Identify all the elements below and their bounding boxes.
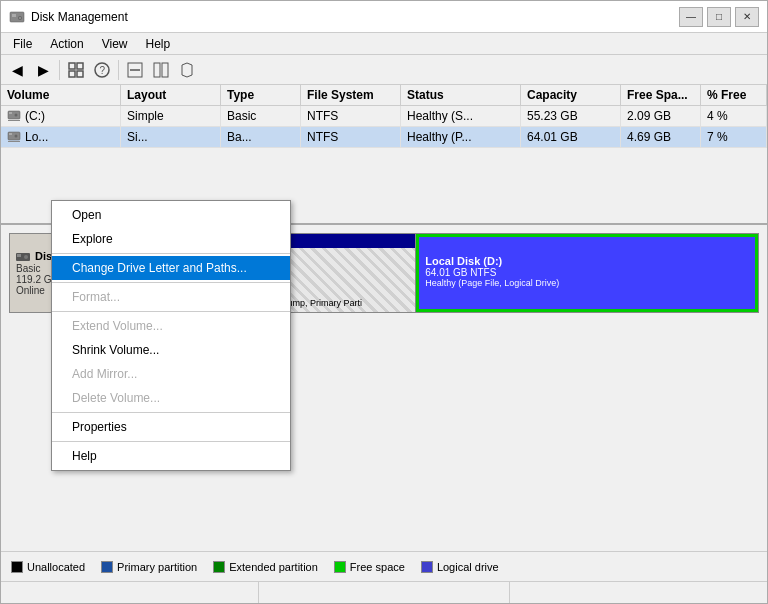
svg-rect-17 xyxy=(8,120,20,121)
legend-free: Free space xyxy=(334,561,405,573)
ctx-change-letter[interactable]: Change Drive Letter and Paths... xyxy=(52,256,290,280)
cell-capacity-c: 55.23 GB xyxy=(521,106,621,126)
svg-rect-23 xyxy=(17,254,21,257)
svg-rect-21 xyxy=(8,141,20,142)
ctx-shrink[interactable]: Shrink Volume... xyxy=(52,338,290,362)
svg-point-16 xyxy=(15,114,18,117)
context-menu: Open Explore Change Drive Letter and Pat… xyxy=(51,200,291,471)
cell-fs-c: NTFS xyxy=(301,106,401,126)
ctx-properties[interactable]: Properties xyxy=(52,415,290,439)
legend-unallocated: Unallocated xyxy=(11,561,85,573)
toolbar-sep-1 xyxy=(59,60,60,80)
cell-free-c: 2.09 GB xyxy=(621,106,701,126)
window-title: Disk Management xyxy=(31,10,128,24)
toolbar-btn-minus[interactable] xyxy=(123,58,147,82)
svg-rect-13 xyxy=(162,63,168,77)
ctx-sep-3 xyxy=(52,311,290,312)
main-content: Volume Layout Type File System Status Ca… xyxy=(1,85,767,603)
ctx-sep-4 xyxy=(52,412,290,413)
col-layout: Layout xyxy=(121,85,221,105)
svg-rect-12 xyxy=(154,63,160,77)
toolbar-back[interactable]: ◀ xyxy=(5,58,29,82)
svg-rect-1 xyxy=(12,14,16,17)
ctx-delete: Delete Volume... xyxy=(52,386,290,410)
drive-icon xyxy=(7,130,21,144)
menu-action[interactable]: Action xyxy=(42,35,91,53)
legend: Unallocated Primary partition Extended p… xyxy=(1,551,767,581)
col-capacity: Capacity xyxy=(521,85,621,105)
svg-text:?: ? xyxy=(100,65,106,76)
title-bar: Disk Management — □ ✕ xyxy=(1,1,767,33)
ctx-open[interactable]: Open xyxy=(52,203,290,227)
columns-icon xyxy=(153,62,169,78)
col-percent: % Free xyxy=(701,85,767,105)
partition-d-size: 64.01 GB NTFS xyxy=(425,267,559,278)
partition-d-title: Local Disk (D:) xyxy=(425,255,559,267)
grid-icon xyxy=(68,62,84,78)
toolbar-btn-expand[interactable] xyxy=(175,58,199,82)
disk-icon xyxy=(9,9,25,25)
ctx-help[interactable]: Help xyxy=(52,444,290,468)
svg-point-20 xyxy=(15,135,18,138)
legend-label-unallocated: Unallocated xyxy=(27,561,85,573)
minus-icon xyxy=(127,62,143,78)
ctx-extend: Extend Volume... xyxy=(52,314,290,338)
cell-layout-d: Si... xyxy=(121,127,221,147)
ctx-sep-2 xyxy=(52,282,290,283)
legend-box-primary xyxy=(101,561,113,573)
cell-percent-c: 4 % xyxy=(701,106,767,126)
toolbar-btn-columns[interactable] xyxy=(149,58,173,82)
toolbar-forward[interactable]: ▶ xyxy=(31,58,55,82)
title-bar-buttons: — □ ✕ xyxy=(679,7,759,27)
menu-bar: File Action View Help xyxy=(1,33,767,55)
table-row[interactable]: Lo... Si... Ba... NTFS Healthy (P... 64.… xyxy=(1,127,767,148)
cell-free-d: 4.69 GB xyxy=(621,127,701,147)
status-bar xyxy=(1,581,767,603)
status-cell-3 xyxy=(510,582,759,603)
status-cell-2 xyxy=(259,582,509,603)
svg-rect-5 xyxy=(77,63,83,69)
toolbar-btn-help[interactable]: ? xyxy=(90,58,114,82)
maximize-button[interactable]: □ xyxy=(707,7,731,27)
toolbar-sep-2 xyxy=(118,60,119,80)
cell-type-d: Ba... xyxy=(221,127,301,147)
cell-status-c: Healthy (S... xyxy=(401,106,521,126)
legend-logical: Logical drive xyxy=(421,561,499,573)
disk-small-icon xyxy=(16,253,30,263)
legend-primary: Primary partition xyxy=(101,561,197,573)
legend-box-logical xyxy=(421,561,433,573)
cell-volume-d: Lo... xyxy=(1,127,121,147)
legend-box-free xyxy=(334,561,346,573)
toolbar-btn-grid[interactable] xyxy=(64,58,88,82)
drive-icon xyxy=(7,109,21,123)
col-fs: File System xyxy=(301,85,401,105)
svg-rect-6 xyxy=(69,71,75,77)
cell-fs-d: NTFS xyxy=(301,127,401,147)
svg-rect-19 xyxy=(9,133,12,135)
ctx-sep-5 xyxy=(52,441,290,442)
ctx-explore[interactable]: Explore xyxy=(52,227,290,251)
menu-file[interactable]: File xyxy=(5,35,40,53)
title-bar-left: Disk Management xyxy=(9,9,128,25)
svg-rect-7 xyxy=(77,71,83,77)
legend-box-extended xyxy=(213,561,225,573)
col-volume: Volume xyxy=(1,85,121,105)
col-type: Type xyxy=(221,85,301,105)
col-free: Free Spa... xyxy=(621,85,701,105)
ctx-sep-1 xyxy=(52,253,290,254)
table-row[interactable]: (C:) Simple Basic NTFS Healthy (S... 55.… xyxy=(1,106,767,127)
cell-type-c: Basic xyxy=(221,106,301,126)
status-cell-1 xyxy=(9,582,259,603)
svg-point-3 xyxy=(19,17,21,19)
partition-d[interactable]: Local Disk (D:) 64.01 GB NTFS Healthy (P… xyxy=(416,234,758,312)
legend-label-extended: Extended partition xyxy=(229,561,318,573)
close-button[interactable]: ✕ xyxy=(735,7,759,27)
cell-status-d: Healthy (P... xyxy=(401,127,521,147)
menu-help[interactable]: Help xyxy=(138,35,179,53)
svg-rect-4 xyxy=(69,63,75,69)
ctx-add-mirror: Add Mirror... xyxy=(52,362,290,386)
menu-view[interactable]: View xyxy=(94,35,136,53)
partition-d-status: Healthy (Page File, Logical Drive) xyxy=(425,278,559,288)
ctx-format: Format... xyxy=(52,285,290,309)
minimize-button[interactable]: — xyxy=(679,7,703,27)
